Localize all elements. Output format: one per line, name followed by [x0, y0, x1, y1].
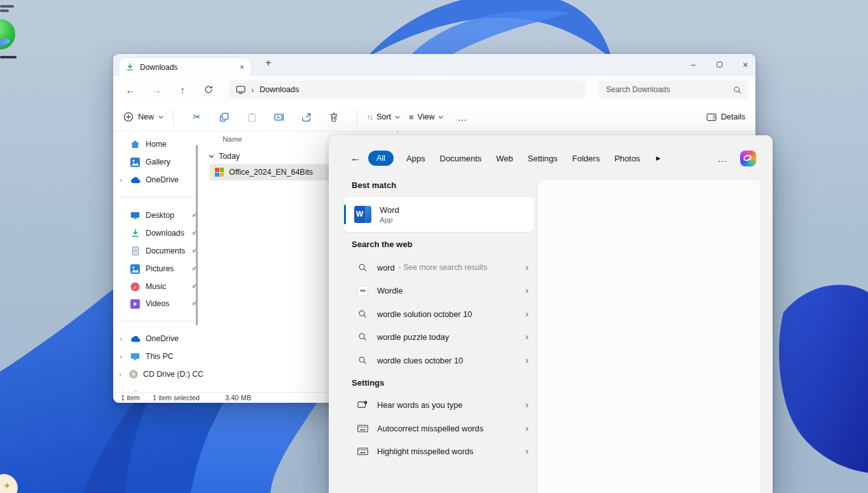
view-button[interactable]: ≡ View: [409, 112, 443, 122]
chevron-right-icon[interactable]: ›: [525, 309, 528, 319]
search-tab-apps[interactable]: Apps: [406, 154, 425, 163]
setting-hear-words[interactable]: Hear words as you type ›: [344, 393, 535, 416]
search-icon: [733, 86, 741, 94]
onedrive-icon: [130, 177, 141, 184]
paste-button[interactable]: [238, 112, 265, 122]
sidebar-divider: [121, 197, 195, 198]
back-button[interactable]: ←: [121, 84, 140, 95]
desktop: ✦ Downloads × + – × ← → ↑: [0, 0, 868, 493]
narrator-monitor-icon: [357, 400, 368, 409]
address-field[interactable]: › Downloads: [229, 81, 585, 98]
sidebar-item-desktop[interactable]: Desktop: [116, 206, 203, 224]
explorer-search-box[interactable]: [598, 81, 748, 98]
chevron-right-icon[interactable]: ›: [525, 285, 528, 295]
microsoft-logo-icon: [215, 168, 224, 177]
setting-autocorrect[interactable]: Autocorrect misspelled words ›: [344, 417, 535, 440]
sidebar-label: Desktop: [146, 211, 174, 220]
chevron-right-icon[interactable]: ›: [525, 332, 528, 342]
expand-chevron-icon[interactable]: ›: [116, 391, 126, 391]
web-suggestion-wordle-puzzle[interactable]: wordle puzzle today ›: [344, 325, 535, 348]
close-button[interactable]: ×: [737, 57, 754, 72]
sidebar-item-cd-drive-d[interactable]: › CD Drive (D:) CC: [116, 365, 203, 383]
rename-button[interactable]: A: [265, 112, 293, 122]
sidebar-scrollbar[interactable]: [196, 145, 198, 325]
search-tab-photos[interactable]: Photos: [614, 154, 640, 163]
web-suggestion-wordle-clues[interactable]: wordle clues october 10 ›: [344, 349, 535, 372]
web-suggestion-wordle[interactable]: Wordle ›: [344, 279, 535, 302]
web-suggestion-word[interactable]: word - See more search results ›: [344, 256, 535, 279]
sidebar-item-onedrive-tree[interactable]: › OneDrive: [116, 330, 203, 348]
copilot-icon[interactable]: [740, 151, 756, 166]
up-button[interactable]: ↑: [173, 84, 192, 95]
search-filter-bar: ← All Apps Documents Web Settings Folder…: [329, 149, 773, 168]
chevron-right-icon[interactable]: ›: [525, 423, 528, 433]
column-sort-chevron-icon: [395, 132, 401, 133]
chevron-right-icon[interactable]: ›: [525, 446, 528, 456]
minimize-button[interactable]: –: [685, 57, 701, 72]
breadcrumb-separator: ›: [251, 85, 254, 95]
sidebar-item-this-pc[interactable]: › This PC: [116, 348, 203, 365]
suggestion-text: Wordle: [377, 286, 403, 295]
chevron-right-icon[interactable]: ›: [525, 400, 528, 410]
search-tab-folders[interactable]: Folders: [572, 154, 600, 163]
rename-icon: A: [274, 112, 284, 122]
cut-button[interactable]: ✂: [183, 111, 210, 123]
delete-button[interactable]: [320, 112, 347, 122]
column-header-name[interactable]: Name: [223, 135, 242, 143]
sidebar-item-videos[interactable]: Videos: [116, 295, 203, 313]
plus-circle-icon: [123, 112, 134, 122]
toolbar-more-button[interactable]: …: [457, 112, 467, 123]
toolbar-divider: [173, 110, 174, 124]
chevron-down-icon: [438, 116, 443, 119]
search-back-button[interactable]: ←: [350, 152, 361, 164]
search-more-options-button[interactable]: …: [717, 153, 727, 164]
chevron-down-icon: [158, 116, 163, 119]
copy-button[interactable]: [210, 112, 238, 122]
details-button[interactable]: Details: [706, 112, 745, 121]
maximize-button[interactable]: [711, 57, 727, 72]
chevron-right-icon[interactable]: ›: [525, 355, 528, 365]
new-button[interactable]: New: [123, 112, 163, 122]
sidebar-item-documents[interactable]: Documents: [116, 242, 203, 260]
expand-chevron-icon[interactable]: ›: [116, 335, 126, 342]
svg-text:A: A: [276, 114, 279, 120]
forward-button[interactable]: →: [147, 84, 166, 95]
new-tab-button[interactable]: +: [261, 57, 275, 69]
search-tab-web[interactable]: Web: [496, 154, 513, 163]
sidebar-item-home[interactable]: Home: [116, 135, 203, 153]
details-label: Details: [721, 112, 745, 121]
expand-chevron-icon[interactable]: ›: [116, 176, 126, 184]
share-button[interactable]: [293, 112, 320, 122]
group-header-today[interactable]: Today: [209, 152, 240, 161]
web-suggestion-wordle-solution[interactable]: wordle solution october 10 ›: [344, 302, 535, 325]
tabs-overflow-arrow-icon[interactable]: ▶: [656, 155, 661, 161]
sidebar-item-gallery[interactable]: Gallery: [116, 153, 203, 171]
sidebar-label: CD Drive (D:) CC: [143, 370, 203, 379]
best-match-app-type: App: [380, 216, 399, 224]
suggestion-text: wordle puzzle today: [377, 332, 449, 342]
sidebar-item-music[interactable]: ♪ Music: [116, 278, 203, 295]
best-match-word-app[interactable]: W Word App: [344, 197, 534, 232]
sidebar-item-onedrive[interactable]: › OneDrive: [116, 171, 203, 189]
expand-chevron-icon[interactable]: ›: [116, 370, 125, 378]
sidebar-label: Documents: [146, 246, 185, 255]
expand-chevron-icon[interactable]: ›: [116, 353, 126, 360]
chevron-right-icon[interactable]: ›: [525, 262, 528, 273]
sidebar-item-cd-drive-e[interactable]: › CD Drive (E:): [116, 386, 203, 391]
sidebar-label: Music: [146, 282, 166, 291]
sidebar-item-pictures[interactable]: Pictures: [116, 260, 203, 278]
sort-button[interactable]: ↑↓ Sort: [367, 112, 400, 121]
search-tab-documents[interactable]: Documents: [440, 154, 482, 163]
details-pane-icon: [706, 113, 717, 121]
tab-close-icon[interactable]: ×: [240, 63, 244, 72]
search-tab-all[interactable]: All: [368, 151, 394, 166]
suggestion-text: wordle clues october 10: [377, 356, 463, 365]
explorer-search-input[interactable]: [605, 84, 733, 95]
search-tab-settings[interactable]: Settings: [528, 154, 558, 163]
refresh-button[interactable]: [199, 85, 218, 94]
breadcrumb-location[interactable]: Downloads: [259, 85, 299, 94]
sidebar-item-downloads[interactable]: Downloads: [116, 224, 203, 242]
setting-highlight[interactable]: Highlight misspelled words ›: [344, 440, 535, 463]
explorer-tab-downloads[interactable]: Downloads ×: [120, 58, 251, 76]
file-row-office-setup[interactable]: Office_2024_EN_64Bits: [210, 164, 331, 180]
